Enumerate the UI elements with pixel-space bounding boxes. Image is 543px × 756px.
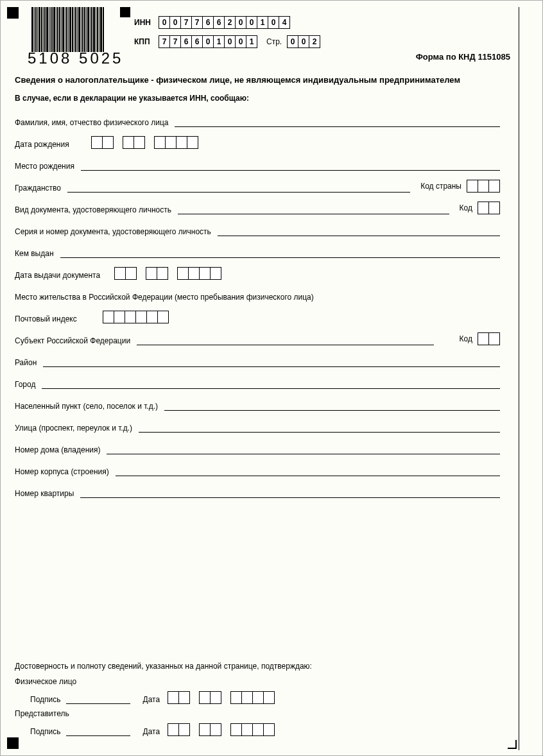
kpp-cells: 776601001 xyxy=(159,35,257,48)
form-code: Форма по КНД 1151085 xyxy=(416,52,510,62)
postcode-cells[interactable] xyxy=(103,311,169,323)
individual-signature-line[interactable] xyxy=(66,695,130,704)
subject-input-line[interactable] xyxy=(137,336,433,345)
doc-code-label: Код xyxy=(460,203,472,212)
district-label: Район xyxy=(15,358,37,367)
birthplace-input-line[interactable] xyxy=(81,162,500,171)
doc-date-cells[interactable] xyxy=(114,267,230,280)
subject-label: Субъект Российской Федерации xyxy=(15,336,130,345)
postcode-label: Почтовый индекс xyxy=(15,314,77,323)
fio-input-line[interactable] xyxy=(175,118,500,127)
confirmation-block: Достоверность и полноту сведений, указан… xyxy=(15,662,500,741)
corner-marker-barcode-tr xyxy=(120,7,130,17)
inn-label: ИНН xyxy=(134,18,159,27)
representative-label: Представитель xyxy=(15,709,69,718)
building-label: Номер корпуса (строения) xyxy=(15,467,109,476)
barcode-number: 5108 5025 xyxy=(28,49,123,67)
doc-date-label: Дата выдачи документа xyxy=(15,271,100,280)
house-label: Номер дома (владения) xyxy=(15,445,100,454)
doc-type-label: Вид документа, удостоверяющего личность xyxy=(15,205,171,214)
birthplace-label: Место рождения xyxy=(15,162,74,171)
flat-label: Номер квартиры xyxy=(15,489,74,498)
district-input-line[interactable] xyxy=(43,358,500,367)
settlement-label: Населенный пункт (село, поселок и т.д.) xyxy=(15,402,158,411)
citizenship-label: Гражданство xyxy=(15,184,61,193)
doc-code-cells[interactable] xyxy=(478,202,500,214)
subject-code-cells[interactable] xyxy=(478,332,500,345)
dob-cells[interactable] xyxy=(91,136,207,149)
representative-date-cells[interactable] xyxy=(168,723,284,736)
issued-by-input-line[interactable] xyxy=(60,249,500,258)
house-input-line[interactable] xyxy=(107,445,500,454)
doc-series-input-line[interactable] xyxy=(218,227,500,236)
confirm-title: Достоверность и полноту сведений, указан… xyxy=(15,662,500,671)
representative-signature-line[interactable] xyxy=(66,727,130,736)
settlement-input-line[interactable] xyxy=(164,402,500,411)
flat-input-line[interactable] xyxy=(80,489,500,498)
city-input-line[interactable] xyxy=(42,380,500,389)
individual-date-cells[interactable] xyxy=(168,691,284,704)
page-subtitle: В случае, если в декларации не указывает… xyxy=(15,94,500,103)
individual-label: Физическое лицо xyxy=(15,677,76,686)
corner-marker-tl xyxy=(7,7,19,19)
tax-form-page: 5108 5025 ИНН 007766200104 КПП 776601001… xyxy=(0,0,543,756)
subject-code-label: Код xyxy=(460,334,472,343)
corner-marker-br xyxy=(508,740,517,749)
right-margin-line xyxy=(519,7,519,750)
date-label-1: Дата xyxy=(143,695,160,704)
barcode: 5108 5025 xyxy=(19,7,128,64)
city-label: Город xyxy=(15,380,35,389)
inn-cells: 007766200104 xyxy=(159,16,290,29)
country-code-label: Код страны xyxy=(420,182,461,191)
doc-type-input-line[interactable] xyxy=(178,205,449,214)
issued-by-label: Кем выдан xyxy=(15,249,54,258)
street-label: Улица (проспект, переулок и т.д.) xyxy=(15,424,132,433)
residence-label: Место жительства в Российской Федерации … xyxy=(15,293,314,302)
page-cells: 002 xyxy=(287,35,320,48)
signature-label-2: Подпись xyxy=(30,727,61,736)
citizenship-input-line[interactable] xyxy=(67,184,410,193)
country-code-cells[interactable] xyxy=(467,180,500,193)
fio-label: Фамилия, имя, отчество физического лица xyxy=(15,118,168,127)
header-codes: ИНН 007766200104 КПП 776601001 Стр. 002 xyxy=(134,16,320,55)
kpp-label: КПП xyxy=(134,37,159,46)
page-title: Сведения о налогоплательщике - физическо… xyxy=(15,75,500,85)
doc-series-label: Серия и номер документа, удостоверяющего… xyxy=(15,227,211,236)
street-input-line[interactable] xyxy=(139,424,500,433)
barcode-bars xyxy=(31,7,115,52)
date-label-2: Дата xyxy=(143,727,160,736)
signature-label-1: Подпись xyxy=(30,695,61,704)
building-input-line[interactable] xyxy=(116,467,500,476)
dob-label: Дата рождения xyxy=(15,140,69,149)
form-content: Сведения о налогоплательщике - физическо… xyxy=(15,75,500,507)
page-label: Стр. xyxy=(266,37,282,46)
